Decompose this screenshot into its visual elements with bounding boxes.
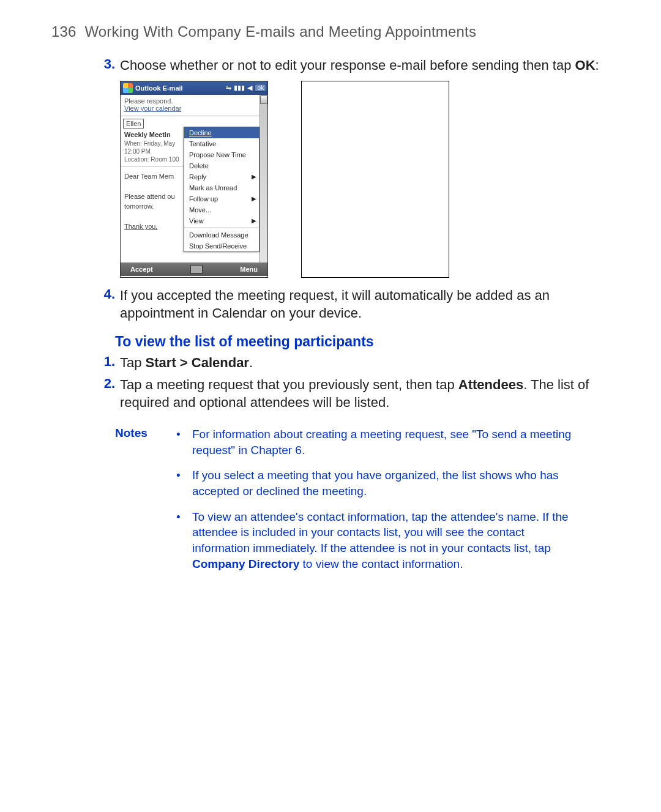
menu-item-decline[interactable]: Decline	[184, 127, 259, 138]
bullet-icon: •	[173, 426, 192, 458]
notes-section: Notes • For information about creating a…	[51, 426, 610, 581]
step-text: Choose whether or not to edit your respo…	[120, 56, 610, 75]
note-2: • If you select a meeting that you have …	[173, 467, 610, 499]
step-b2: 2. Tap a meeting request that you previo…	[51, 376, 610, 412]
start-icon	[123, 83, 133, 93]
section-title: Working With Company E-mails and Meeting…	[84, 23, 476, 40]
page-number: 136	[51, 23, 77, 40]
device-topbar: Outlook E-mail ⇋ ▮▮▮ ◀ ok	[121, 81, 267, 95]
note-1: • For information about creating a meeti…	[173, 426, 610, 458]
signal-icon: ▮▮▮	[234, 84, 245, 92]
step-number: 4.	[51, 286, 120, 322]
app-title: Outlook E-mail	[135, 84, 226, 92]
menu-item-move[interactable]: Move...	[184, 204, 259, 215]
device-bottombar: Accept Menu	[121, 263, 267, 276]
chevron-right-icon: ▶	[252, 195, 256, 202]
step-text: If you accepted the meeting request, it …	[120, 286, 610, 322]
menu-button[interactable]: Menu	[240, 266, 258, 273]
context-menu: Decline Tentative Propose New Time Delet…	[184, 127, 260, 252]
screenshot-row: Outlook E-mail ⇋ ▮▮▮ ◀ ok Please respond…	[120, 81, 610, 278]
step-3: 3. Choose whether or not to edit your re…	[51, 56, 610, 75]
scrollbar[interactable]	[260, 95, 267, 263]
bullet-icon: •	[173, 509, 192, 572]
accept-button[interactable]: Accept	[130, 266, 153, 273]
sub-heading: To view the list of meeting participants	[115, 333, 610, 350]
step-text: Tap Start > Calendar.	[120, 354, 610, 372]
second-screenshot-placeholder	[301, 81, 449, 278]
menu-item-propose[interactable]: Propose New Time	[184, 149, 259, 160]
step-b1: 1. Tap Start > Calendar.	[51, 354, 610, 372]
chevron-right-icon: ▶	[252, 217, 256, 224]
scrollbar-thumb[interactable]	[260, 95, 267, 104]
step-text: Tap a meeting request that you previousl…	[120, 376, 610, 412]
menu-item-delete[interactable]: Delete	[184, 160, 259, 171]
chevron-right-icon: ▶	[252, 173, 256, 180]
notes-label: Notes	[100, 426, 173, 581]
speaker-icon: ◀	[247, 84, 252, 92]
step-number: 1.	[51, 354, 120, 372]
view-calendar-link[interactable]: View your calendar	[124, 105, 181, 112]
menu-item-stop[interactable]: Stop Send/Receive	[184, 240, 259, 251]
device-screenshot: Outlook E-mail ⇋ ▮▮▮ ◀ ok Please respond…	[120, 81, 268, 278]
keyboard-icon[interactable]	[190, 265, 203, 274]
page-header: 136 Working With Company E-mails and Mee…	[51, 23, 610, 40]
step-number: 2.	[51, 376, 120, 412]
step-number: 3.	[51, 56, 120, 75]
menu-item-reply[interactable]: Reply▶	[184, 171, 259, 182]
menu-item-tentative[interactable]: Tentative	[184, 138, 259, 149]
step-4: 4. If you accepted the meeting request, …	[51, 286, 610, 322]
menu-item-view[interactable]: View▶	[184, 215, 259, 226]
menu-item-unread[interactable]: Mark as Unread	[184, 182, 259, 193]
menu-item-download[interactable]: Download Message	[184, 229, 259, 240]
ok-button[interactable]: ok	[255, 84, 266, 92]
sync-icon: ⇋	[226, 84, 231, 92]
bullet-icon: •	[173, 467, 192, 499]
menu-item-followup[interactable]: Follow up▶	[184, 193, 259, 204]
status-icons: ⇋ ▮▮▮ ◀ ok	[226, 84, 266, 92]
note-3: • To view an attendee's contact informat…	[173, 509, 610, 572]
respond-bar: Please respond. View your calendar	[121, 95, 260, 114]
from-name[interactable]: Ellen	[123, 119, 144, 129]
